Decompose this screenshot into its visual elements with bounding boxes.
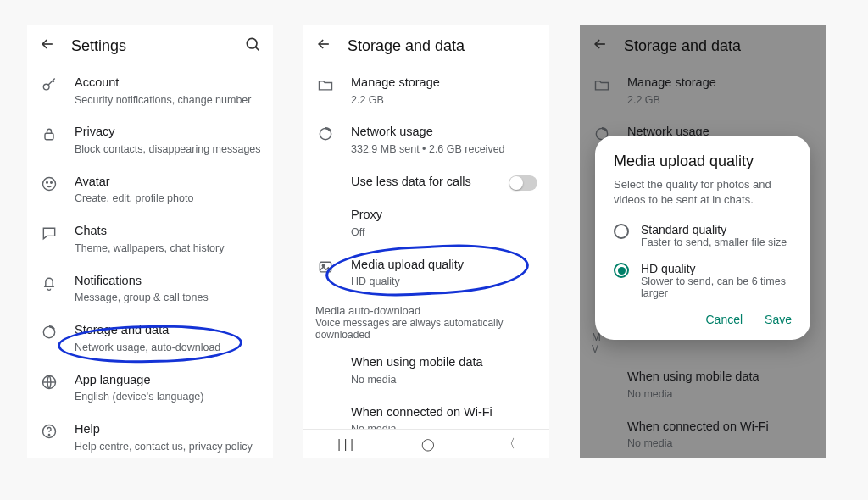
- help-icon: [41, 423, 58, 443]
- chat-icon: [41, 225, 58, 245]
- settings-item-storage[interactable]: Storage and dataNetwork usage, auto-down…: [27, 314, 273, 363]
- key-icon: [41, 76, 58, 97]
- svg-point-4: [47, 181, 48, 183]
- manage-storage-row[interactable]: Manage storage2.2 GB: [303, 66, 549, 115]
- network-usage-row[interactable]: Network usage332.9 MB sent • 2.6 GB rece…: [303, 115, 549, 164]
- radio-icon: [614, 224, 629, 239]
- settings-item-language[interactable]: App languageEnglish (device's language): [27, 364, 273, 413]
- settings-item-avatar[interactable]: AvatarCreate, edit, profile photo: [27, 165, 273, 214]
- back-icon[interactable]: [39, 36, 56, 56]
- mobile-data-row[interactable]: When using mobile dataNo media: [303, 346, 549, 395]
- settings-item-privacy[interactable]: PrivacyBlock contacts, disappearing mess…: [27, 115, 273, 164]
- app-bar: Storage and data: [303, 25, 549, 66]
- settings-item-account[interactable]: AccountSecurity notifications, change nu…: [27, 66, 273, 115]
- svg-point-0: [247, 38, 257, 48]
- auto-download-header: Media auto-download: [303, 297, 549, 317]
- bell-icon: [41, 275, 58, 295]
- radio-option-hd[interactable]: HD qualitySlower to send, can be 6 times…: [614, 262, 792, 299]
- media-quality-dialog: Media upload quality Select the quality …: [595, 136, 810, 340]
- settings-item-chats[interactable]: ChatsTheme, wallpapers, chat history: [27, 214, 273, 264]
- screenshot-dialog: Storage and data Manage storage2.2 GB Ne…: [580, 25, 826, 458]
- svg-point-3: [43, 177, 56, 190]
- search-icon[interactable]: [244, 36, 261, 56]
- settings-item-help[interactable]: HelpHelp centre, contact us, privacy pol…: [27, 413, 273, 458]
- media-upload-quality-row[interactable]: Media upload qualityHD quality: [303, 248, 549, 297]
- image-icon: [317, 258, 334, 279]
- folder-icon: [317, 76, 334, 97]
- svg-rect-13: [320, 262, 331, 272]
- settings-item-notifications[interactable]: NotificationsMessage, group & call tones: [27, 264, 273, 314]
- data-usage-icon: [317, 125, 334, 146]
- wifi-row[interactable]: When connected on Wi-FiNo media: [303, 396, 549, 429]
- data-usage-icon: [41, 324, 58, 344]
- radio-option-standard[interactable]: Standard qualityFaster to send, smaller …: [614, 223, 792, 248]
- recent-apps-button[interactable]: | | |: [337, 437, 353, 451]
- screen-title: Settings: [71, 37, 229, 55]
- app-bar: Settings: [27, 25, 273, 66]
- globe-icon: [41, 374, 58, 394]
- storage-list: Manage storage2.2 GB Network usage332.9 …: [303, 66, 549, 429]
- face-icon: [41, 175, 58, 196]
- lock-icon: [41, 125, 58, 146]
- use-less-data-row[interactable]: Use less data for calls: [303, 165, 549, 199]
- cancel-button[interactable]: Cancel: [705, 313, 743, 326]
- svg-rect-2: [45, 134, 53, 141]
- screen-title: Storage and data: [348, 37, 537, 55]
- radio-icon-selected: [614, 263, 629, 278]
- settings-list: AccountSecurity notifications, change nu…: [27, 66, 273, 458]
- svg-point-9: [48, 435, 49, 436]
- system-nav-bar: | | | ◯ 〈: [303, 429, 549, 458]
- svg-point-5: [51, 181, 53, 183]
- dialog-title: Media upload quality: [614, 153, 792, 170]
- back-icon[interactable]: [315, 36, 332, 56]
- auto-download-desc: Voice messages are always automatically …: [303, 317, 549, 346]
- proxy-row[interactable]: ProxyOff: [303, 198, 549, 247]
- screenshot-settings: Settings AccountSecurity notifications, …: [27, 25, 273, 458]
- svg-point-1: [43, 84, 49, 90]
- use-less-data-toggle[interactable]: [509, 175, 537, 191]
- back-button[interactable]: 〈: [504, 436, 515, 452]
- dialog-description: Select the quality for photos and videos…: [614, 177, 792, 208]
- home-button[interactable]: ◯: [421, 437, 435, 451]
- save-button[interactable]: Save: [765, 313, 792, 326]
- screenshot-storage: Storage and data Manage storage2.2 GB Ne…: [303, 25, 549, 458]
